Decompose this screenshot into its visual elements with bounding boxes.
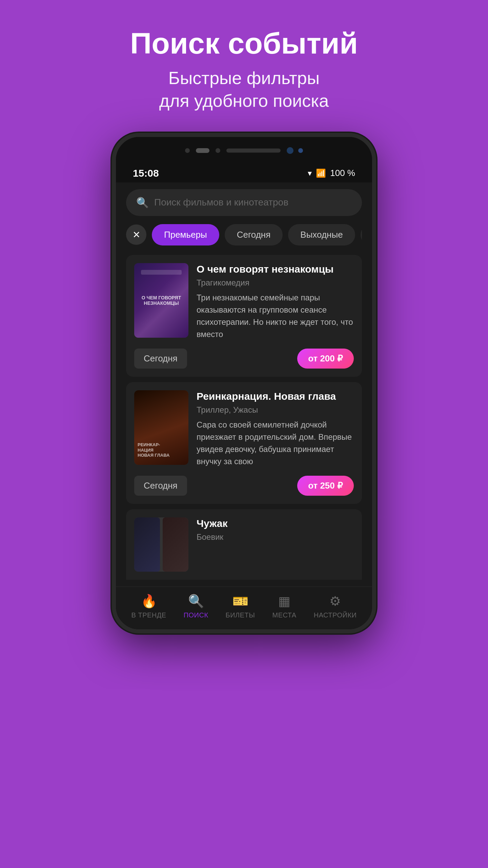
- movie-desc-2: Сара со своей семилетней дочкой приезжае…: [197, 419, 354, 468]
- movie-card-2-bottom: Сегодня от 250 ₽: [134, 476, 354, 496]
- signal-icon: 📶: [316, 169, 326, 178]
- notch-cam-small: [298, 148, 303, 153]
- filter-chip-premieres[interactable]: Премьеры: [152, 224, 219, 245]
- movie-price-2[interactable]: от 250 ₽: [297, 476, 354, 496]
- nav-label-settings: НАСТРОЙКИ: [314, 611, 357, 619]
- movie-card-3[interactable]: Чужак Боевик: [126, 509, 362, 580]
- notch-dot-1: [185, 148, 190, 153]
- movie-card-2[interactable]: РЕИНКАР-НАЦИЯНОВАЯ ГЛАВА Реинкарнация. Н…: [126, 382, 362, 504]
- status-icons: ▾ 📶 100 %: [308, 168, 355, 178]
- notch-line: [226, 149, 281, 153]
- filter-bar: ✕ Премьеры Сегодня Выходные на я: [126, 224, 362, 245]
- filter-chip-today[interactable]: Сегодня: [225, 224, 283, 245]
- movie-genre-1: Трагикомедия: [197, 278, 354, 288]
- trending-icon: 🔥: [141, 594, 157, 609]
- status-time: 15:08: [133, 167, 159, 179]
- movie-price-1[interactable]: от 200 ₽: [297, 349, 354, 369]
- app-content: 🔍 Поиск фильмов и кинотеатров ✕ Премьеры…: [116, 182, 372, 587]
- bottom-nav: 🔥 В ТРЕНДЕ 🔍 ПОИСК 🎫 БИЛЕТЫ ▦ МЕСТА ⚙ НА…: [116, 587, 372, 629]
- filter-chip-weekend[interactable]: Выходные: [288, 224, 355, 245]
- search-icon: 🔍: [136, 197, 149, 209]
- tickets-icon: 🎫: [232, 594, 248, 609]
- movie-card-1-bottom: Сегодня от 200 ₽: [134, 349, 354, 369]
- search-bar[interactable]: 🔍 Поиск фильмов и кинотеатров: [126, 189, 362, 216]
- notch-dot-active: [196, 148, 209, 153]
- poster-half-1: [134, 517, 160, 572]
- phone-notch: [116, 137, 372, 164]
- search-placeholder: Поиск фильмов и кинотеатров: [154, 197, 288, 208]
- movie-date-2[interactable]: Сегодня: [134, 476, 187, 496]
- page-subtitle: Быстрые фильтры для удобного поиска: [130, 67, 358, 113]
- movie-card-1[interactable]: О ЧЕМ ГОВОРЯТНЕЗНАКОМЦЫ О чем говорят не…: [126, 255, 362, 377]
- movie-genre-3: Боевик: [197, 532, 354, 542]
- nav-item-settings[interactable]: ⚙ НАСТРОЙКИ: [314, 594, 357, 619]
- wifi-icon: ▾: [308, 169, 312, 178]
- notch-elements: [185, 147, 303, 154]
- movie-desc-1: Три незнакомые семейные пары оказываются…: [197, 292, 354, 340]
- movie-card-2-top: РЕИНКАР-НАЦИЯНОВАЯ ГЛАВА Реинкарнация. Н…: [134, 390, 354, 468]
- nav-item-search[interactable]: 🔍 ПОИСК: [184, 594, 208, 619]
- battery-status: 100 %: [330, 168, 355, 178]
- settings-icon: ⚙: [329, 594, 341, 609]
- movie-poster-1: О ЧЕМ ГОВОРЯТНЕЗНАКОМЦЫ: [134, 263, 188, 338]
- page-header: Поиск событий Быстрые фильтры для удобно…: [130, 0, 358, 113]
- movie-poster-2: РЕИНКАР-НАЦИЯНОВАЯ ГЛАВА: [134, 390, 188, 465]
- nav-item-trending[interactable]: 🔥 В ТРЕНДЕ: [131, 594, 166, 619]
- close-icon: ✕: [133, 229, 140, 240]
- places-icon: ▦: [278, 594, 290, 609]
- status-bar: 15:08 ▾ 📶 100 %: [116, 164, 372, 182]
- movie-genre-2: Триллер, Ужасы: [197, 405, 354, 415]
- notch-cam: [287, 147, 293, 154]
- nav-label-tickets: БИЛЕТЫ: [226, 611, 255, 619]
- movie-card-3-top: Чужак Боевик: [134, 517, 354, 572]
- nav-label-search: ПОИСК: [184, 611, 208, 619]
- phone-frame: 15:08 ▾ 📶 100 % 🔍 Поиск фильмов и киноте…: [112, 133, 376, 633]
- notch-dot-2: [216, 148, 220, 153]
- filter-chip-other[interactable]: на я: [361, 224, 362, 245]
- movie-info-1: О чем говорят незнакомцы Трагикомедия Тр…: [197, 263, 354, 340]
- poster-half-2: [163, 517, 188, 572]
- movie-poster-3: [134, 517, 188, 572]
- search-nav-icon: 🔍: [188, 594, 204, 609]
- filter-close-button[interactable]: ✕: [126, 224, 146, 245]
- movie-title-2: Реинкарнация. Новая глава: [197, 390, 354, 402]
- nav-label-trending: В ТРЕНДЕ: [131, 611, 166, 619]
- movie-info-3: Чужак Боевик: [197, 517, 354, 572]
- movie-card-1-top: О ЧЕМ ГОВОРЯТНЕЗНАКОМЦЫ О чем говорят не…: [134, 263, 354, 340]
- movie-title-1: О чем говорят незнакомцы: [197, 263, 354, 275]
- nav-item-places[interactable]: ▦ МЕСТА: [272, 594, 297, 619]
- movie-info-2: Реинкарнация. Новая глава Триллер, Ужасы…: [197, 390, 354, 468]
- movie-date-1[interactable]: Сегодня: [134, 349, 187, 369]
- movie-title-3: Чужак: [197, 517, 354, 530]
- nav-label-places: МЕСТА: [272, 611, 297, 619]
- nav-item-tickets[interactable]: 🎫 БИЛЕТЫ: [226, 594, 255, 619]
- page-title: Поиск событий: [130, 27, 358, 60]
